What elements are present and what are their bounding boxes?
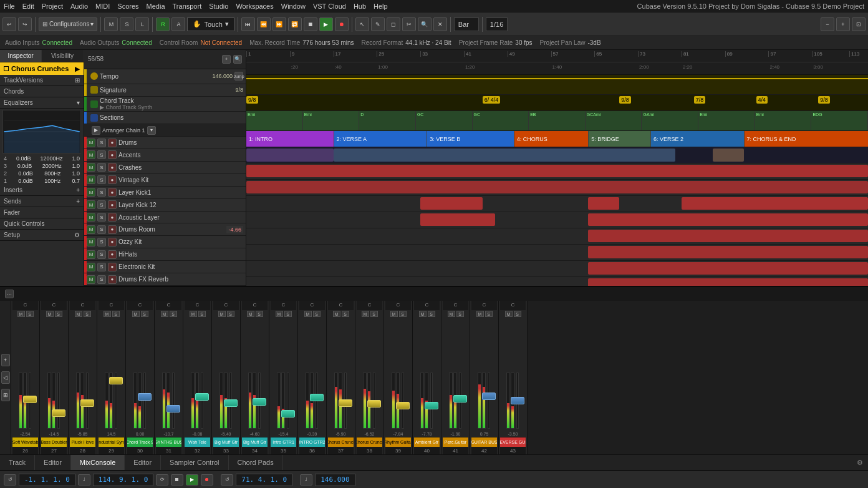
fader-knob-38[interactable] [367, 400, 381, 407]
menu-project[interactable]: Project [42, 2, 63, 10]
mixer-collapse-btn[interactable]: ◁ [1, 371, 10, 384]
bt-record-btn[interactable]: ⏺ [201, 474, 213, 486]
fader-knob-39[interactable] [396, 402, 410, 409]
crashes-record[interactable]: ● [108, 163, 117, 172]
mixer-settings-btn[interactable]: ⊞ [1, 389, 10, 401]
tab-editor2[interactable]: Editor [125, 455, 161, 470]
ch-m-btn-26[interactable]: M [17, 311, 25, 317]
a-btn[interactable]: A [171, 17, 185, 31]
fader-knob-26[interactable] [23, 396, 37, 403]
bt-cycle-btn[interactable]: ⟳ [156, 474, 168, 486]
acoustic-record[interactable]: ● [108, 213, 117, 222]
menu-workspaces[interactable]: Workspaces [236, 2, 273, 10]
vintage-record[interactable]: ● [108, 175, 117, 184]
split-tool[interactable]: ✂ [402, 17, 416, 31]
tempo-jump-btn[interactable]: Jump [234, 72, 243, 81]
ch-m-btn-38[interactable]: M [362, 311, 369, 317]
ch-m-btn-37[interactable]: M [333, 311, 340, 317]
visibility-tab[interactable]: Visibility [42, 50, 84, 62]
add-track-btn[interactable]: + [222, 55, 231, 64]
ch-m-btn-41[interactable]: M [448, 311, 455, 317]
menu-hub[interactable]: Hub [354, 2, 366, 10]
tab-sampler[interactable]: Sampler Control [161, 455, 228, 470]
fast-forward-btn[interactable]: ⏩ [272, 17, 286, 31]
ch-m-btn-39[interactable]: M [390, 311, 398, 317]
ch-m-btn-33[interactable]: M [218, 311, 226, 317]
menu-window[interactable]: Window [281, 2, 306, 10]
ch-s-btn-31[interactable]: S [170, 311, 177, 317]
go-to-start-btn[interactable]: ⏮ [241, 17, 255, 31]
ch-s-btn-40[interactable]: S [428, 311, 435, 317]
mute-tool[interactable]: ✕ [433, 17, 447, 31]
ch-s-btn-33[interactable]: S [227, 311, 234, 317]
ch-m-btn-28[interactable]: M [75, 311, 82, 317]
vintage-solo[interactable]: S [97, 175, 106, 184]
mixer-expand-btn[interactable]: ⋯ [5, 290, 14, 298]
bt-stop-btn[interactable]: ⏹ [171, 474, 183, 486]
lk1-mute[interactable]: M [87, 188, 95, 197]
drums-solo[interactable]: S [97, 139, 106, 147]
inserts-section[interactable]: Inserts + [0, 185, 84, 196]
inspector-tab[interactable]: Inspector [0, 50, 42, 62]
fader-knob-42[interactable] [482, 393, 496, 400]
zoom-tool[interactable]: 🔍 [418, 17, 432, 31]
ozzy-solo[interactable]: S [97, 238, 106, 246]
drumsroom-mute[interactable]: M [87, 225, 95, 234]
ch-m-btn-31[interactable]: M [161, 311, 168, 317]
ch-m-btn-30[interactable]: M [132, 311, 140, 317]
tab-editor[interactable]: Editor [35, 455, 71, 470]
lk12-solo[interactable]: S [97, 200, 106, 209]
ch-m-btn-32[interactable]: M [190, 311, 197, 317]
fader-knob-29[interactable] [109, 377, 123, 384]
fader-knob-32[interactable] [195, 393, 209, 401]
menu-audio[interactable]: Audio [70, 2, 88, 10]
fader-knob-30[interactable] [138, 393, 152, 401]
fader-knob-35[interactable] [281, 410, 295, 417]
zoom-out-btn[interactable]: − [821, 17, 834, 31]
menu-transport[interactable]: Transport [173, 2, 202, 10]
menu-media[interactable]: Media [147, 2, 165, 10]
fader-knob-34[interactable] [253, 398, 266, 406]
ch-s-btn-36[interactable]: S [313, 311, 321, 317]
fader-knob-41[interactable] [453, 395, 467, 403]
m-btn[interactable]: M [104, 17, 118, 31]
menu-scores[interactable]: Scores [117, 2, 138, 10]
fader-knob-28[interactable] [80, 399, 94, 407]
quick-controls-section[interactable]: Quick Controls [0, 218, 84, 230]
menu-midi[interactable]: MIDI [95, 2, 110, 10]
sends-section[interactable]: Sends + [0, 196, 84, 207]
bt-play-btn[interactable]: ▶ [186, 474, 198, 486]
s-btn[interactable]: S [120, 17, 133, 31]
menu-edit[interactable]: Edit [22, 2, 34, 10]
ch-s-btn-35[interactable]: S [284, 311, 292, 317]
equalizers-section[interactable]: Equalizers ▾ [0, 97, 84, 109]
cycle-btn[interactable]: 🔁 [288, 17, 302, 31]
ch-s-btn-34[interactable]: S [256, 311, 263, 317]
fader-section[interactable]: Fader [0, 207, 84, 218]
drumsfx-mute[interactable]: M [87, 275, 95, 284]
fader-knob-40[interactable] [425, 402, 438, 409]
chords-section[interactable]: Chords [0, 86, 84, 97]
stop-btn[interactable]: ⏹ [304, 17, 317, 31]
tab-track[interactable]: Track [0, 455, 35, 470]
accents-record[interactable]: ● [108, 150, 117, 159]
vintage-mute[interactable]: M [87, 175, 95, 184]
redo-btn[interactable]: ↪ [18, 17, 32, 31]
drums-record[interactable]: ● [108, 139, 117, 147]
menu-file[interactable]: File [4, 2, 15, 10]
zoom-in-btn[interactable]: + [836, 17, 850, 31]
accents-mute[interactable]: M [87, 150, 95, 159]
accents-solo[interactable]: S [97, 150, 106, 159]
ch-s-btn-43[interactable]: S [514, 311, 521, 317]
ch-s-btn-29[interactable]: S [112, 311, 120, 317]
ch-m-btn-42[interactable]: M [476, 311, 484, 317]
select-tool[interactable]: ↖ [355, 17, 369, 31]
drumsfx-solo[interactable]: S [97, 275, 106, 284]
erase-tool[interactable]: ◻ [387, 17, 400, 31]
menu-vstcloud[interactable]: VST Cloud [313, 2, 346, 10]
touch-display[interactable]: ✋ Touch ▾ [187, 17, 234, 31]
setup-section[interactable]: Setup ⚙ [0, 230, 84, 241]
tab-chord-pads[interactable]: Chord Pads [229, 455, 283, 470]
ch-s-btn-30[interactable]: S [141, 311, 148, 317]
hihats-mute[interactable]: M [87, 250, 95, 259]
